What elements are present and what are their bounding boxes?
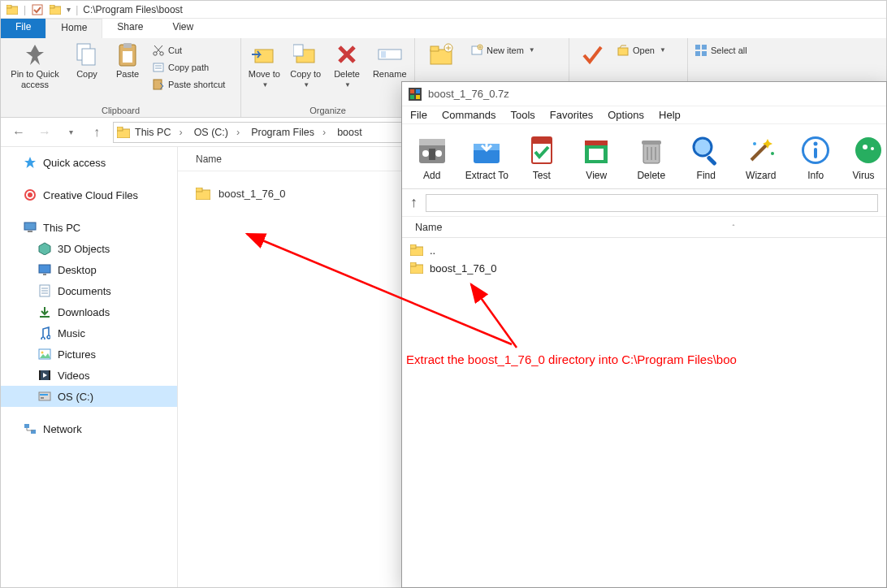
paste-icon [115, 41, 141, 67]
sevenzip-column-header[interactable]: Name ˆ [402, 217, 886, 238]
qat-separator: | [24, 4, 26, 15]
svg-rect-24 [618, 48, 628, 55]
svg-rect-18 [381, 51, 386, 58]
tool-view[interactable]: View [573, 132, 621, 181]
sort-indicator-icon: ˆ [589, 223, 878, 231]
tool-info[interactable]: Info [793, 132, 840, 181]
tab-view[interactable]: View [158, 19, 208, 38]
delete-label: Delete [334, 69, 360, 80]
cut-label: Cut [168, 45, 182, 55]
checkbox-icon[interactable] [31, 3, 44, 16]
new-folder-button[interactable] [420, 41, 464, 67]
tool-test-label: Test [533, 170, 551, 181]
documents-label: Documents [58, 285, 111, 297]
rename-button[interactable]: Rename [370, 41, 409, 80]
tool-wizard[interactable]: Wizard [738, 132, 785, 181]
svg-rect-53 [410, 89, 414, 93]
info-icon [798, 132, 833, 168]
svg-point-60 [435, 150, 442, 157]
svg-rect-39 [40, 316, 50, 318]
forward-button[interactable]: → [35, 123, 54, 142]
col-name[interactable]: Name [178, 153, 308, 165]
svg-rect-83 [410, 262, 416, 266]
sidebar-3d-objects[interactable]: 3D Objects [1, 238, 177, 259]
recent-dropdown[interactable]: ▾ [61, 123, 80, 142]
sidebar-documents[interactable]: Documents [1, 280, 177, 301]
clipboard-mini-col: Cut Copy path Paste shortcut [150, 41, 227, 93]
pin-button[interactable]: Pin to Quick access [6, 41, 64, 90]
menu-file[interactable]: File [410, 109, 427, 121]
sidebar-music[interactable]: Music [1, 322, 177, 344]
tool-extract[interactable]: Extract To [464, 132, 511, 181]
sidebar-network[interactable]: Network [1, 418, 177, 439]
tab-file[interactable]: File [1, 19, 45, 38]
crumb-os-c[interactable]: OS (C:) [191, 127, 247, 138]
chevron-down-icon: ▼ [303, 81, 309, 89]
explorer-sidebar: Quick access Creative Cloud Files This P… [1, 147, 178, 587]
tool-virus[interactable]: Virus [847, 132, 880, 181]
sidebar-creative-cloud[interactable]: Creative Cloud Files [1, 184, 177, 205]
svg-point-75 [814, 141, 818, 145]
new-item-button[interactable]: New item ▼ [469, 41, 537, 58]
copy-button[interactable]: Copy [69, 41, 105, 80]
tool-delete[interactable]: Delete [628, 132, 675, 181]
up-button[interactable]: ↑ [87, 123, 106, 142]
crumb-boost[interactable]: boost [334, 127, 366, 138]
sidebar-this-pc[interactable]: This PC [1, 217, 177, 238]
svg-rect-28 [702, 51, 707, 56]
svg-rect-48 [24, 424, 29, 428]
sidebar-quick-access[interactable]: Quick access [1, 152, 177, 173]
menu-tools[interactable]: Tools [510, 109, 534, 121]
delete-button[interactable]: Delete ▼ [329, 41, 366, 89]
cut-button[interactable]: Cut [150, 41, 227, 58]
select-all-button[interactable]: Select all [693, 41, 749, 58]
properties-button[interactable] [574, 41, 610, 67]
paste-button[interactable]: Paste [110, 41, 145, 80]
sidebar-videos[interactable]: Videos [1, 365, 177, 386]
qat-chevron[interactable]: ▾ [67, 5, 71, 14]
up-arrow-button[interactable]: ↑ [410, 194, 418, 211]
sidebar-downloads[interactable]: Downloads [1, 301, 177, 322]
svg-rect-43 [39, 370, 41, 380]
move-to-button[interactable]: Move to ▼ [246, 41, 283, 89]
tab-home[interactable]: Home [45, 19, 102, 38]
sidebar-desktop[interactable]: Desktop [1, 259, 177, 280]
svg-rect-47 [41, 397, 44, 399]
copy-to-label: Copy to [290, 69, 321, 80]
extract-icon [469, 132, 504, 168]
folder-icon [410, 262, 423, 274]
tool-find[interactable]: Find [683, 132, 730, 181]
list-row-folder[interactable]: boost_1_76_0 [410, 259, 878, 277]
crumb-program-files[interactable]: Program Files [248, 127, 332, 138]
sevenzip-path-input[interactable] [426, 194, 878, 212]
sidebar-os-c[interactable]: OS (C:) [1, 386, 177, 407]
sevenzip-titlebar[interactable]: boost_1_76_0.7z [402, 82, 886, 106]
downloads-label: Downloads [58, 306, 110, 318]
tool-add[interactable]: Add [409, 132, 456, 181]
list-row-up[interactable]: .. [410, 241, 878, 259]
computer-icon [24, 221, 37, 234]
svg-point-72 [771, 152, 774, 155]
menu-favorites[interactable]: Favorites [550, 109, 593, 121]
menu-help[interactable]: Help [659, 109, 681, 121]
tool-test[interactable]: Test [518, 132, 565, 181]
copy-label: Copy [76, 69, 97, 80]
svg-rect-55 [410, 95, 414, 99]
back-button[interactable]: ← [9, 123, 28, 142]
open-button[interactable]: Open ▼ [615, 41, 668, 58]
file-name: boost_1_76_0 [219, 188, 285, 200]
paste-shortcut-button[interactable]: Paste shortcut [150, 76, 227, 93]
svg-point-33 [28, 192, 32, 197]
sidebar-pictures[interactable]: Pictures [1, 344, 177, 365]
tab-share[interactable]: Share [102, 19, 158, 38]
window-title: C:\Program Files\boost [83, 4, 183, 15]
sz-col-name[interactable]: Name [410, 222, 589, 233]
svg-point-77 [855, 137, 881, 163]
tool-delete-label: Delete [637, 170, 665, 181]
crumb-this-pc[interactable]: This PC [132, 127, 189, 138]
menu-options[interactable]: Options [608, 109, 644, 121]
menu-commands[interactable]: Commands [442, 109, 495, 121]
copy-to-button[interactable]: Copy to ▼ [288, 41, 324, 89]
copy-path-button[interactable]: Copy path [150, 58, 227, 76]
chevron-down-icon: ▼ [262, 81, 268, 89]
